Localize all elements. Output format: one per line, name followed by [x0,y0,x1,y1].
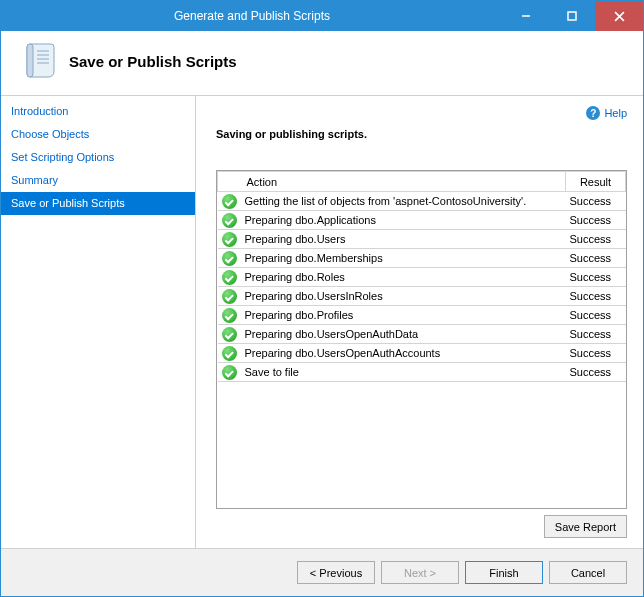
help-link[interactable]: ? Help [216,106,627,120]
success-icon [222,365,237,380]
action-cell: Save to file [241,363,566,382]
success-icon [222,270,237,285]
status-icon-cell [218,325,241,344]
status-icon-cell [218,363,241,382]
save-report-button[interactable]: Save Report [544,515,627,538]
success-icon [222,308,237,323]
success-icon [222,327,237,342]
action-cell: Getting the list of objects from 'aspnet… [241,192,566,211]
status-icon-cell [218,211,241,230]
status-icon-cell [218,249,241,268]
result-cell: Success [566,249,626,268]
action-cell: Preparing dbo.UsersInRoles [241,287,566,306]
table-row: Preparing dbo.RolesSuccess [218,268,626,287]
content-area: ? Help Saving or publishing scripts. Act… [196,96,643,548]
result-cell: Success [566,211,626,230]
table-row: Preparing dbo.MembershipsSuccess [218,249,626,268]
help-label: Help [604,107,627,119]
success-icon [222,194,237,209]
wizard-body: IntroductionChoose ObjectsSet Scripting … [1,96,643,548]
action-cell: Preparing dbo.Memberships [241,249,566,268]
progress-table: Action Result Getting the list of object… [217,171,626,382]
minimize-button[interactable] [503,1,549,31]
table-row: Preparing dbo.UsersInRolesSuccess [218,287,626,306]
status-icon-cell [218,268,241,287]
help-icon: ? [586,106,600,120]
table-row: Save to fileSuccess [218,363,626,382]
status-icon-cell [218,306,241,325]
wizard-header: Save or Publish Scripts [1,31,643,96]
cancel-button[interactable]: Cancel [549,561,627,584]
close-button[interactable] [595,1,643,31]
table-row: Getting the list of objects from 'aspnet… [218,192,626,211]
status-icon-cell [218,287,241,306]
table-row: Preparing dbo.ApplicationsSuccess [218,211,626,230]
status-icon-cell [218,230,241,249]
window-controls [503,1,643,31]
sidebar-item-summary[interactable]: Summary [1,169,195,192]
wizard-footer: < Previous Next > Finish Cancel [1,548,643,596]
sidebar-item-set-scripting-options[interactable]: Set Scripting Options [1,146,195,169]
result-cell: Success [566,344,626,363]
action-cell: Preparing dbo.Applications [241,211,566,230]
column-action: Action [241,172,566,192]
progress-container: Action Result Getting the list of object… [216,170,627,538]
success-icon [222,346,237,361]
titlebar: Generate and Publish Scripts [1,1,643,31]
finish-button[interactable]: Finish [465,561,543,584]
page-title: Save or Publish Scripts [69,53,237,70]
sidebar-item-choose-objects[interactable]: Choose Objects [1,123,195,146]
result-cell: Success [566,306,626,325]
success-icon [222,232,237,247]
status-icon-cell [218,192,241,211]
result-cell: Success [566,192,626,211]
action-cell: Preparing dbo.Roles [241,268,566,287]
column-result: Result [566,172,626,192]
previous-button[interactable]: < Previous [297,561,375,584]
action-cell: Preparing dbo.UsersOpenAuthAccounts [241,344,566,363]
table-row: Preparing dbo.UsersOpenAuthAccountsSucce… [218,344,626,363]
success-icon [222,213,237,228]
action-cell: Preparing dbo.Profiles [241,306,566,325]
status-text: Saving or publishing scripts. [216,128,627,140]
scroll-icon [19,41,59,81]
sidebar: IntroductionChoose ObjectsSet Scripting … [1,96,196,548]
table-row: Preparing dbo.ProfilesSuccess [218,306,626,325]
success-icon [222,251,237,266]
maximize-button[interactable] [549,1,595,31]
next-button: Next > [381,561,459,584]
table-row: Preparing dbo.UsersSuccess [218,230,626,249]
table-row: Preparing dbo.UsersOpenAuthDataSuccess [218,325,626,344]
result-cell: Success [566,268,626,287]
action-cell: Preparing dbo.UsersOpenAuthData [241,325,566,344]
action-cell: Preparing dbo.Users [241,230,566,249]
result-cell: Success [566,363,626,382]
column-icon [218,172,241,192]
window-title: Generate and Publish Scripts [1,9,503,23]
result-cell: Success [566,325,626,344]
sidebar-item-save-or-publish-scripts[interactable]: Save or Publish Scripts [1,192,195,215]
status-icon-cell [218,344,241,363]
success-icon [222,289,237,304]
svg-rect-1 [568,12,576,20]
result-cell: Success [566,230,626,249]
progress-table-wrap: Action Result Getting the list of object… [216,170,627,509]
result-cell: Success [566,287,626,306]
sidebar-item-introduction[interactable]: Introduction [1,100,195,123]
